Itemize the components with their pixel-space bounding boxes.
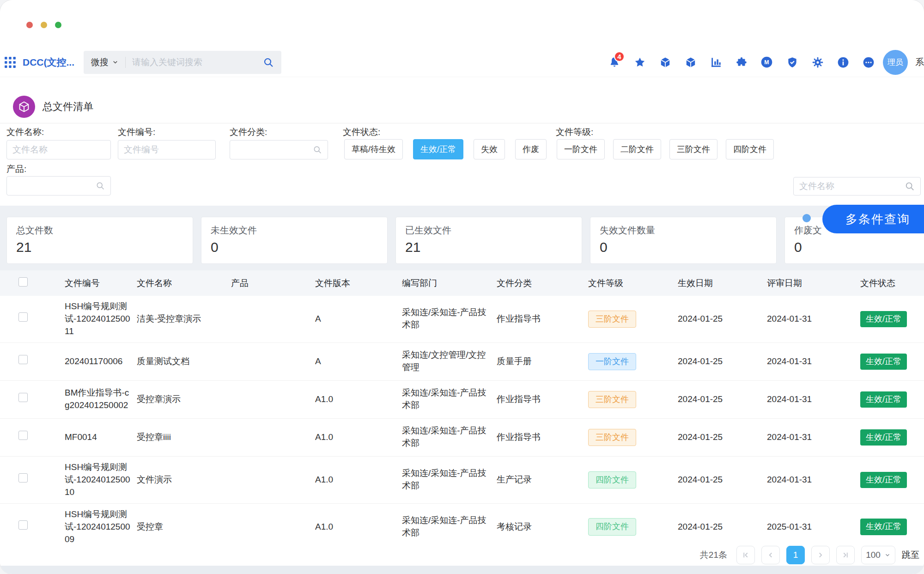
col-status: 文件状态 — [860, 277, 924, 289]
search-icon[interactable] — [905, 181, 915, 191]
prev-page-button[interactable] — [761, 546, 780, 564]
level-option-tier2[interactable]: 二阶文件 — [613, 139, 661, 159]
first-page-button[interactable] — [736, 546, 755, 564]
cell-product — [231, 395, 315, 404]
quick-filter-input[interactable] — [799, 181, 905, 191]
stat-label: 失效文件数量 — [600, 224, 767, 237]
status-badge: 生效/正常 — [860, 472, 907, 489]
product-input[interactable] — [12, 181, 96, 191]
cell-file-code: HSH编号规则测试-1202401250010 — [65, 457, 137, 503]
level-option-tier1[interactable]: 一阶文件 — [557, 139, 605, 159]
multi-condition-query-button[interactable]: 多条件查询 — [822, 205, 924, 233]
app-grid-icon[interactable] — [4, 56, 16, 68]
module-cube2-icon[interactable] — [684, 56, 697, 68]
table-row[interactable]: MF0014 受控章iiii A1.0 采知连/采知连-产品技术部 作业指导书 … — [0, 419, 924, 457]
search-icon — [313, 145, 322, 154]
file-status-label: 文件状态: — [343, 126, 380, 138]
cell-version: A1.0 — [315, 516, 402, 538]
row-checkbox[interactable] — [18, 473, 28, 482]
more-ellipsis-icon[interactable] — [862, 56, 875, 68]
global-search-input[interactable] — [132, 57, 263, 67]
table-row[interactable]: 202401170006 质量测试文档 A 采知连/文控管理/文控管理 质量手册… — [0, 343, 924, 381]
status-option-voided[interactable]: 作废 — [515, 139, 547, 159]
stat-cards: 总文件数 21 未生效文件 0 已生效文件 21 失效文件数量 0 作废文 0 — [6, 217, 924, 264]
file-level-label: 文件等级: — [556, 126, 593, 138]
next-page-button[interactable] — [811, 546, 830, 564]
maximize-window-icon[interactable] — [55, 22, 61, 28]
search-scope-dropdown[interactable]: 微搜 — [91, 56, 119, 68]
file-status-options: 草稿/待生效 生效/正常 失效 作废 — [344, 139, 557, 159]
search-icon — [96, 181, 105, 190]
bar-chart-icon[interactable] — [710, 56, 722, 68]
level-option-tier4[interactable]: 四阶文件 — [726, 139, 774, 159]
shield-check-icon[interactable] — [786, 56, 798, 68]
status-option-expired[interactable]: 失效 — [474, 139, 505, 159]
chevron-down-icon — [112, 59, 119, 66]
favorites-star-icon[interactable] — [633, 56, 646, 68]
row-checkbox[interactable] — [18, 355, 28, 364]
status-badge: 生效/正常 — [860, 311, 907, 328]
cell-version: A1.0 — [315, 389, 402, 410]
col-file-name: 文件名称 — [137, 277, 231, 289]
cell-dept: 采知连/采知连-产品技术部 — [402, 382, 497, 416]
last-page-button[interactable] — [836, 546, 855, 564]
cell-file-name: 洁美-受控章演示 — [137, 308, 231, 330]
status-option-draft[interactable]: 草稿/待生效 — [344, 139, 403, 159]
cell-version: A — [315, 351, 402, 372]
file-category-input[interactable] — [236, 145, 313, 155]
minimize-window-icon[interactable] — [41, 22, 47, 28]
m-app-icon[interactable]: M — [760, 56, 773, 68]
select-all-checkbox[interactable] — [18, 277, 28, 287]
info-icon[interactable] — [837, 56, 849, 68]
row-checkbox[interactable] — [18, 312, 28, 322]
stat-value: 0 — [211, 239, 378, 255]
chevron-down-icon — [884, 552, 891, 558]
query-drag-dot[interactable] — [802, 214, 811, 222]
cell-effective-date: 2024-01-25 — [678, 308, 767, 330]
cell-product — [231, 522, 315, 531]
cell-review-date: 2025-01-31 — [767, 516, 860, 538]
file-level-options: 一阶文件 二阶文件 三阶文件 四阶文件 — [557, 139, 782, 159]
header-icon-row: 4 M — [608, 56, 875, 68]
notification-bell-icon[interactable]: 4 — [608, 56, 620, 68]
divider — [125, 57, 126, 68]
table-row[interactable]: HSH编号规则测试-1202401250009 受控章 A1.0 采知连/采知连… — [0, 504, 924, 544]
level-option-tier3[interactable]: 三阶文件 — [669, 139, 717, 159]
file-code-input[interactable] — [124, 145, 210, 155]
table-row[interactable]: HSH编号规则测试-1202401250010 文件演示 A1.0 采知连/采知… — [0, 457, 924, 504]
search-icon[interactable] — [263, 57, 274, 68]
level-badge: 四阶文件 — [588, 471, 636, 489]
col-level: 文件等级 — [588, 277, 678, 289]
file-name-input[interactable] — [12, 145, 105, 155]
level-badge: 三阶文件 — [588, 311, 636, 328]
module-cube-icon[interactable] — [659, 56, 671, 68]
settings-gear-icon[interactable] — [811, 56, 824, 68]
page-size-value: 100 — [866, 550, 881, 560]
cell-file-name: 文件演示 — [137, 469, 231, 491]
page-size-select[interactable]: 100 — [861, 546, 895, 564]
stat-value: 0 — [600, 239, 767, 255]
cell-file-name: 质量测试文档 — [137, 351, 231, 372]
current-page-button[interactable]: 1 — [786, 546, 805, 564]
puzzle-icon[interactable] — [735, 56, 748, 68]
jump-to-label: 跳至 — [902, 549, 919, 561]
stat-label: 未生效文件 — [211, 224, 378, 237]
close-window-icon[interactable] — [26, 22, 33, 28]
col-version: 文件版本 — [315, 277, 402, 289]
file-code-label: 文件编号: — [118, 126, 155, 138]
file-name-field — [6, 140, 111, 159]
app-title: DCC(文控... — [23, 56, 74, 69]
status-badge: 生效/正常 — [860, 519, 907, 535]
col-product: 产品 — [231, 277, 315, 289]
status-option-effective[interactable]: 生效/正常 — [413, 139, 463, 159]
table-row[interactable]: BM作业指导书-cg202401250002 受控章演示 A1.0 采知连/采知… — [0, 381, 924, 419]
row-checkbox[interactable] — [18, 393, 28, 402]
row-checkbox[interactable] — [18, 431, 28, 440]
row-checkbox[interactable] — [18, 520, 28, 530]
product-label: 产品: — [6, 163, 26, 175]
table-row[interactable]: HSH编号规则测试-1202401250011 洁美-受控章演示 A 采知连/采… — [0, 296, 924, 343]
window-bottom-edge — [0, 566, 924, 574]
user-avatar[interactable]: 理员 — [883, 50, 908, 75]
cell-file-name: 受控章iiii — [137, 427, 231, 448]
svg-text:M: M — [764, 59, 769, 66]
